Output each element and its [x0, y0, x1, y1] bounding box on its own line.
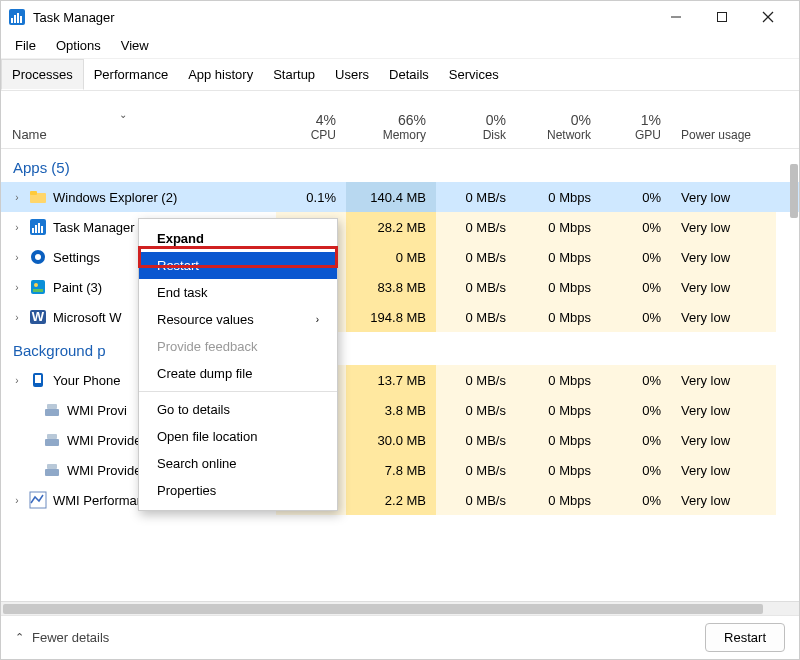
svg-text:W: W — [32, 309, 45, 324]
svg-rect-29 — [45, 469, 59, 476]
col-power[interactable]: Power usage — [671, 122, 776, 148]
svg-rect-3 — [17, 13, 19, 23]
process-row[interactable]: › Your Phone % 13.7 MB 0 MB/s 0 Mbps 0% … — [1, 365, 799, 395]
tab-services[interactable]: Services — [439, 59, 509, 90]
process-row[interactable]: WMI Provider Host 0% 30.0 MB 0 MB/s 0 Mb… — [1, 425, 799, 455]
menu-file[interactable]: File — [7, 36, 44, 55]
cell-disk: 0 MB/s — [436, 182, 516, 212]
cell-disk: 0 MB/s — [436, 365, 516, 395]
cell-power: Very low — [671, 485, 776, 515]
cell-memory: 194.8 MB — [346, 302, 436, 332]
cell-power: Very low — [671, 395, 776, 425]
col-name[interactable]: ⌄ Name — [1, 103, 276, 148]
process-icon — [29, 188, 47, 206]
restart-button[interactable]: Restart — [705, 623, 785, 652]
column-headers: ⌄ Name 4%CPU 66%Memory 0%Disk 0%Network … — [1, 91, 799, 149]
menu-options[interactable]: Options — [48, 36, 109, 55]
col-cpu[interactable]: 4%CPU — [276, 106, 346, 148]
process-row[interactable]: WMI Provider Host 0.3% 7.8 MB 0 MB/s 0 M… — [1, 455, 799, 485]
horizontal-scrollbar[interactable] — [1, 601, 799, 615]
context-menu-item[interactable]: Provide feedback — [139, 333, 337, 360]
col-disk[interactable]: 0%Disk — [436, 106, 516, 148]
cell-gpu: 0% — [601, 365, 671, 395]
context-menu-item[interactable]: Create dump file — [139, 360, 337, 387]
cell-memory: 83.8 MB — [346, 272, 436, 302]
context-menu-item[interactable]: Resource values› — [139, 306, 337, 333]
tab-processes[interactable]: Processes — [1, 59, 84, 90]
cell-memory: 2.2 MB — [346, 485, 436, 515]
tab-performance[interactable]: Performance — [84, 59, 178, 90]
menubar: File Options View — [1, 33, 799, 59]
section-background[interactable]: Background p — [1, 332, 799, 365]
cell-disk: 0 MB/s — [436, 395, 516, 425]
expand-icon[interactable]: › — [11, 282, 23, 293]
process-row[interactable]: › Task Manager % 28.2 MB 0 MB/s 0 Mbps 0… — [1, 212, 799, 242]
context-menu-item[interactable]: Go to details — [139, 396, 337, 423]
maximize-button[interactable] — [699, 1, 745, 33]
process-icon — [29, 491, 47, 509]
minimize-button[interactable] — [653, 1, 699, 33]
context-menu-item[interactable]: Open file location — [139, 423, 337, 450]
svg-rect-6 — [718, 13, 727, 22]
cell-disk: 0 MB/s — [436, 425, 516, 455]
expand-icon[interactable]: › — [11, 252, 23, 263]
svg-rect-10 — [30, 191, 37, 195]
cell-memory: 13.7 MB — [346, 365, 436, 395]
expand-icon[interactable]: › — [11, 375, 23, 386]
fewer-details-button[interactable]: ⌃ Fewer details — [15, 630, 109, 645]
process-row[interactable]: › Settings % 0 MB 0 MB/s 0 Mbps 0% Very … — [1, 242, 799, 272]
process-table[interactable]: Apps (5) › Windows Explorer (2) 0.1% 140… — [1, 149, 799, 601]
cell-gpu: 0% — [601, 182, 671, 212]
cell-gpu: 0% — [601, 302, 671, 332]
cell-gpu: 0% — [601, 242, 671, 272]
process-row[interactable]: › WMI Performance Reverse Ada... 0.1% 2.… — [1, 485, 799, 515]
expand-icon[interactable]: › — [11, 192, 23, 203]
context-menu-item[interactable]: End task — [139, 279, 337, 306]
cell-disk: 0 MB/s — [436, 212, 516, 242]
svg-rect-1 — [11, 18, 13, 23]
cell-memory: 3.8 MB — [346, 395, 436, 425]
close-button[interactable] — [745, 1, 791, 33]
process-row[interactable]: WMI Provi % 3.8 MB 0 MB/s 0 Mbps 0% Very… — [1, 395, 799, 425]
cell-network: 0 Mbps — [516, 242, 601, 272]
cell-network: 0 Mbps — [516, 425, 601, 455]
svg-rect-4 — [20, 16, 22, 23]
cell-power: Very low — [671, 302, 776, 332]
col-network[interactable]: 0%Network — [516, 106, 601, 148]
tab-app-history[interactable]: App history — [178, 59, 263, 90]
menu-view[interactable]: View — [113, 36, 157, 55]
cell-gpu: 0% — [601, 485, 671, 515]
context-menu-item[interactable]: Properties — [139, 477, 337, 504]
expand-icon[interactable]: › — [11, 222, 23, 233]
context-menu-item[interactable]: Search online — [139, 450, 337, 477]
process-icon — [29, 248, 47, 266]
cell-disk: 0 MB/s — [436, 485, 516, 515]
process-icon: W — [29, 308, 47, 326]
cell-gpu: 0% — [601, 425, 671, 455]
expand-icon[interactable]: › — [11, 312, 23, 323]
tab-details[interactable]: Details — [379, 59, 439, 90]
svg-rect-13 — [35, 225, 37, 233]
cell-power: Very low — [671, 365, 776, 395]
process-name: Settings — [53, 250, 100, 265]
svg-rect-25 — [45, 409, 59, 416]
cell-network: 0 Mbps — [516, 182, 601, 212]
process-row[interactable]: › W Microsoft W % 194.8 MB 0 MB/s 0 Mbps… — [1, 302, 799, 332]
col-memory[interactable]: 66%Memory — [346, 106, 436, 148]
tab-users[interactable]: Users — [325, 59, 379, 90]
cell-cpu: 0.1% — [276, 182, 346, 212]
titlebar[interactable]: Task Manager — [1, 1, 799, 33]
section-apps[interactable]: Apps (5) — [1, 149, 799, 182]
tab-startup[interactable]: Startup — [263, 59, 325, 90]
context-menu-item[interactable]: Expand — [139, 225, 337, 252]
col-gpu[interactable]: 1%GPU — [601, 106, 671, 148]
process-row[interactable]: › Windows Explorer (2) 0.1% 140.4 MB 0 M… — [1, 182, 799, 212]
context-menu-item[interactable]: Restart — [139, 252, 337, 279]
svg-rect-15 — [41, 226, 43, 233]
process-row[interactable]: › Paint (3) % 83.8 MB 0 MB/s 0 Mbps 0% V… — [1, 272, 799, 302]
vertical-scrollbar-thumb[interactable] — [790, 164, 798, 218]
cell-disk: 0 MB/s — [436, 302, 516, 332]
scrollbar-thumb[interactable] — [3, 604, 763, 614]
expand-icon[interactable]: › — [11, 495, 23, 506]
context-menu: ExpandRestartEnd taskResource values›Pro… — [138, 218, 338, 511]
